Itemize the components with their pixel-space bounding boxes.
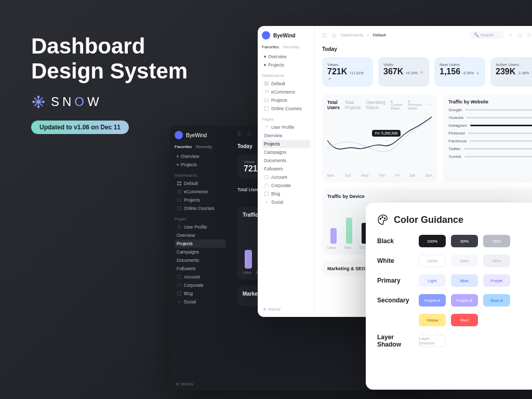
kpi-row: Views721K+11.01% ↗ Visits367K+9.15% ↗ Ne… (322, 57, 532, 87)
tab-recently[interactable]: Recently (196, 144, 212, 149)
sidebar-item-account[interactable]: Account (262, 173, 310, 181)
swatch[interactable]: 100% (419, 235, 446, 247)
swatch[interactable]: Blue A (483, 294, 510, 307)
sidebar-item-followers[interactable]: Followers (175, 264, 226, 273)
sidebar-item-social[interactable]: Social (175, 298, 226, 306)
color-row-label: Secondary (377, 297, 419, 304)
kpi-activeusers: Active Users239K-1.48% ↘ (490, 57, 532, 87)
sidebar-item-corporate[interactable]: Corporate (262, 181, 310, 190)
update-badge: Updated to v1.06 on Dec 11 (31, 121, 129, 134)
sidebar-item-projects3[interactable]: Projects (175, 240, 226, 248)
color-row: PrimaryLightBluePurple (377, 274, 526, 287)
sidebar-dark: ByeWind FavoritesRecently Overview Proje… (170, 126, 230, 391)
svg-point-29 (382, 217, 383, 218)
sidebar-item-ecommerce[interactable]: eCommerce (175, 188, 226, 196)
svg-rect-3 (180, 184, 181, 185)
svg-rect-24 (323, 33, 327, 37)
svg-point-4 (178, 193, 179, 194)
tab-favorites[interactable]: Favorites (175, 144, 192, 149)
tab-favorites[interactable]: Favorites (262, 45, 279, 49)
sidebar-item-documents[interactable]: Documents (262, 156, 310, 165)
swatch[interactable]: Yellow (419, 314, 446, 326)
svg-rect-2 (177, 184, 179, 185)
sidebar-item-courses[interactable]: Online Courses (175, 204, 226, 212)
sun-icon[interactable] (508, 33, 513, 38)
sidebar-item-projects3[interactable]: Projects (262, 140, 310, 148)
tab-total-projects[interactable]: Total Projects (345, 100, 361, 110)
dashboard-icon (177, 181, 182, 186)
traffic-website-panel: Traffic by Website Google Youtube Instag… (443, 94, 532, 182)
tab-recently[interactable]: Recently (283, 45, 299, 49)
hero-title: DashboardDesign System (31, 34, 188, 84)
swatch[interactable]: 80% (451, 235, 478, 247)
sidebar-light: ByeWind FavoritesRecently Overview Proje… (258, 26, 315, 317)
swatch[interactable]: Layer Shadow (419, 335, 446, 347)
swatch[interactable]: Purple A (419, 294, 446, 307)
sidebar-item-projects[interactable]: Projects (175, 161, 226, 169)
cart-icon (264, 89, 269, 95)
brand: SNOW (31, 95, 188, 109)
tab-total-users[interactable]: Total Users (327, 100, 340, 110)
more-icon[interactable]: ⋯ (427, 102, 432, 108)
sidebar-item-userprofile[interactable]: User Profile (175, 223, 226, 231)
color-row: Black100%80%40% (377, 235, 526, 247)
sidebar-item-overview2[interactable]: Overview (175, 231, 226, 240)
swatch[interactable]: Purple (483, 274, 510, 287)
sidebar-item-projects[interactable]: Projects (262, 61, 310, 69)
swatch[interactable]: 80% (451, 255, 478, 267)
swatch[interactable]: 40% (483, 255, 510, 267)
search-input[interactable]: 🔍 Search (470, 31, 504, 39)
bell-icon[interactable] (527, 33, 532, 38)
svg-rect-0 (177, 181, 179, 183)
sidebar-item-overview[interactable]: Overview (262, 52, 310, 61)
sidebar-item-projects2[interactable]: Projects (262, 96, 310, 104)
star-icon[interactable] (331, 33, 337, 38)
sidebar-item-documents[interactable]: Documents (175, 256, 226, 264)
palette-icon (377, 214, 389, 225)
sidebar-item-default[interactable]: Default (175, 179, 226, 188)
dashboard-icon (264, 81, 269, 86)
sidebar-item-account[interactable]: Account (175, 273, 226, 281)
sidebar-item-blog[interactable]: Blog (175, 289, 226, 298)
swatch[interactable]: 40% (483, 235, 510, 247)
sidebar-item-followers[interactable]: Followers (262, 165, 310, 173)
breadcrumb[interactable]: Dashboards (341, 33, 363, 37)
star-icon[interactable] (247, 131, 252, 136)
sidebar-item-corporate[interactable]: Corporate (175, 281, 226, 289)
sidebar-toggle-icon[interactable] (322, 33, 327, 38)
kpi-views: Views721K+11.01% ↗ (322, 57, 373, 87)
swatch[interactable]: Red (451, 314, 478, 326)
history-icon[interactable] (517, 33, 523, 38)
user-chip[interactable]: ByeWind (262, 31, 310, 39)
brand-footer-light: ❄ SNOW (263, 307, 281, 312)
sidebar-item-projects2[interactable]: Projects (175, 196, 226, 204)
swatch[interactable]: Blue (451, 274, 478, 287)
sidebar-item-campaigns[interactable]: Campaigns (175, 248, 226, 256)
svg-point-30 (384, 218, 385, 219)
account-icon (264, 175, 269, 180)
sidebar-item-overview2[interactable]: Overview (262, 131, 310, 140)
total-users-panel: Total Users Total Projects Operating Sta… (322, 94, 437, 182)
brand-footer-dark: ❄ SNOW (176, 382, 193, 387)
swatch[interactable]: Light (419, 274, 446, 287)
svg-point-9 (179, 301, 180, 303)
blog-icon (264, 191, 269, 196)
sidebar-item-courses[interactable]: Online Courses (262, 104, 310, 113)
sidebar-item-blog[interactable]: Blog (262, 190, 310, 198)
color-row-label: White (377, 257, 419, 264)
swatch[interactable]: 100% (419, 255, 446, 267)
swatch[interactable]: Purple B (451, 294, 478, 307)
user-chip[interactable]: ByeWind (175, 131, 226, 139)
sidebar-item-userprofile[interactable]: User Profile (262, 123, 310, 131)
sidebar-item-social[interactable]: Social (262, 198, 310, 206)
sidebar-item-ecommerce[interactable]: eCommerce (262, 88, 310, 96)
tab-operating-status[interactable]: Operating Status (366, 100, 385, 110)
sidebar-item-campaigns[interactable]: Campaigns (262, 148, 310, 156)
svg-rect-16 (267, 82, 269, 83)
social-icon (264, 200, 269, 205)
sidebar-toggle-icon[interactable] (237, 131, 243, 136)
sidebar-item-default[interactable]: Default (262, 79, 310, 88)
svg-rect-22 (265, 192, 269, 196)
sidebar-item-overview[interactable]: Overview (175, 152, 226, 161)
corporate-icon (177, 283, 182, 288)
